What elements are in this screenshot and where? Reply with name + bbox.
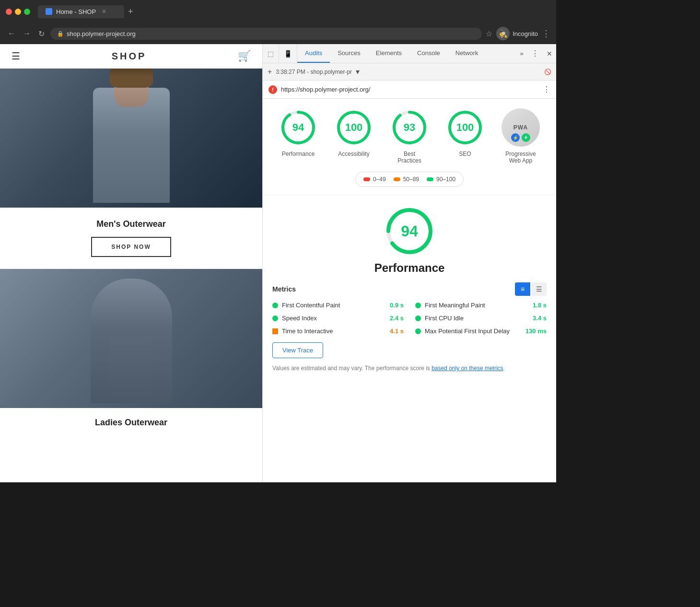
view-trace-button[interactable]: View Trace xyxy=(272,342,323,358)
audit-dropdown-arrow: ▾ xyxy=(356,67,360,76)
url-input[interactable]: 🔒 shop.polymer-project.org xyxy=(50,28,482,40)
score-best-practices[interactable]: 93 BestPractices xyxy=(390,108,429,164)
maximize-traffic-light[interactable] xyxy=(24,9,30,15)
metric-fmp-name: First Meaningful Paint xyxy=(425,302,529,309)
hamburger-menu-icon[interactable]: ☰ xyxy=(12,50,20,62)
tab-favicon xyxy=(46,8,52,15)
metric-speed-index: Speed Index 2.4 s xyxy=(272,315,404,322)
new-audit-button[interactable]: + xyxy=(268,68,272,76)
incognito-label: Incognito xyxy=(513,30,538,37)
tab-bar: Home - SHOP ✕ + xyxy=(38,5,550,18)
close-traffic-light[interactable] xyxy=(6,9,12,15)
audit-timestamp: 3:38:27 PM - shop.polymer-pr xyxy=(276,69,352,75)
metrics-view-buttons: ≡ ☰ xyxy=(515,282,547,296)
metric-fid-dot xyxy=(415,328,421,334)
score-accessibility[interactable]: 100 Accessibility xyxy=(335,108,373,157)
performance-value-large: 94 xyxy=(401,222,418,240)
tab-elements[interactable]: Elements xyxy=(368,44,409,63)
tab-audits[interactable]: Audits xyxy=(297,44,330,63)
performance-score-large: 94 Performance xyxy=(272,205,547,275)
bookmark-button[interactable]: ☆ xyxy=(486,29,492,38)
score-seo-circle: 100 xyxy=(446,108,484,147)
devtools-more-tabs-button[interactable]: » xyxy=(516,50,527,57)
pwa-icons: ⚡ + xyxy=(511,133,530,142)
metric-fci-name: First CPU Idle xyxy=(425,315,529,322)
devtools-device-button[interactable]: 📱 xyxy=(279,44,297,63)
devtools-inspect-button[interactable]: ⬚ xyxy=(263,44,279,63)
metric-tti: Time to Interactive 4.1 s xyxy=(272,327,404,335)
pwa-text: PWA xyxy=(513,124,528,131)
metric-fmp-value: 1.8 s xyxy=(533,302,547,309)
metrics-header: Metrics ≡ ☰ xyxy=(272,282,547,296)
devtools-subbar: + 3:38:27 PM - shop.polymer-pr ▾ 🚫 xyxy=(263,63,556,81)
score-best-practices-value: 93 xyxy=(404,121,415,134)
website-panel: ☰ SHOP 🛒 Men's Outerwear SHOP NOW xyxy=(0,44,262,482)
pwa-lightning-icon: ⚡ xyxy=(511,133,520,142)
disclaimer-link[interactable]: based only on these metrics xyxy=(432,365,503,372)
performance-title: Performance xyxy=(374,261,445,275)
refresh-button[interactable]: ↻ xyxy=(36,28,47,39)
score-legend: 0–49 50–89 90–100 xyxy=(355,172,464,187)
minimize-traffic-light[interactable] xyxy=(15,9,21,15)
performance-section: 94 Performance Metrics ≡ ☰ First Content… xyxy=(263,195,556,482)
devtools-tabs: Audits Sources Elements Console Network xyxy=(297,44,516,63)
audit-url-more-button[interactable]: ⋮ xyxy=(543,85,550,94)
ladies-title: Ladies Outerwear xyxy=(10,418,253,428)
browser-menu-button[interactable]: ⋮ xyxy=(542,28,550,39)
scores-section: 94 Performance 100 Accessibility xyxy=(263,99,556,195)
score-seo-label: SEO xyxy=(459,151,471,157)
score-performance-circle: 94 xyxy=(279,108,317,147)
product-title: Men's Outerwear xyxy=(12,219,251,229)
incognito-button[interactable]: 🕵 Incognito xyxy=(496,27,538,40)
tab-network[interactable]: Network xyxy=(448,44,486,63)
audit-url: https://shop.polymer-project.org/ xyxy=(281,86,539,93)
metric-si-value: 2.4 s xyxy=(390,315,404,322)
score-best-practices-circle: 93 xyxy=(390,108,429,147)
score-accessibility-value: 100 xyxy=(345,121,363,134)
product-section: Men's Outerwear SHOP NOW xyxy=(0,208,262,269)
tab-console[interactable]: Console xyxy=(409,44,448,63)
forward-button[interactable]: → xyxy=(21,28,33,39)
pwa-plus-icon: + xyxy=(522,133,530,142)
score-performance[interactable]: 94 Performance xyxy=(279,108,317,157)
shop-now-button[interactable]: SHOP NOW xyxy=(91,237,171,257)
url-text: shop.polymer-project.org xyxy=(67,30,136,37)
ladies-section: Ladies Outerwear xyxy=(0,408,262,437)
metric-first-cpu-idle: First CPU Idle 3.4 s xyxy=(415,315,547,322)
score-accessibility-label: Accessibility xyxy=(338,151,369,157)
new-tab-button[interactable]: + xyxy=(128,7,133,17)
scores-row: 94 Performance 100 Accessibility xyxy=(270,108,548,164)
browser-tab[interactable]: Home - SHOP ✕ xyxy=(38,5,124,18)
score-performance-value: 94 xyxy=(292,121,304,134)
metric-first-meaningful-paint: First Meaningful Paint 1.8 s xyxy=(415,302,547,309)
metric-first-contentful-paint: First Contentful Paint 0.9 s xyxy=(272,302,404,309)
hero-image xyxy=(0,69,262,208)
metrics-list-view-button[interactable]: ☰ xyxy=(531,282,547,296)
tab-sources[interactable]: Sources xyxy=(330,44,368,63)
shop-logo: SHOP xyxy=(112,51,147,62)
back-button[interactable]: ← xyxy=(6,28,17,39)
tab-close-button[interactable]: ✕ xyxy=(102,8,106,15)
score-accessibility-circle: 100 xyxy=(335,108,373,147)
metrics-grid: First Contentful Paint 0.9 s First Meani… xyxy=(272,302,547,335)
audit-block-button[interactable]: 🚫 xyxy=(544,69,551,75)
ladies-image xyxy=(0,269,262,408)
devtools-close-button[interactable]: ✕ xyxy=(543,50,556,58)
legend-average-dot xyxy=(394,177,400,181)
score-seo[interactable]: 100 SEO xyxy=(446,108,484,157)
traffic-lights xyxy=(6,9,30,15)
performance-circle-large: 94 xyxy=(383,205,436,257)
score-pwa[interactable]: PWA ⚡ + ProgressiveWeb App xyxy=(502,108,540,164)
score-seo-value: 100 xyxy=(456,121,474,134)
legend-pass: 90–100 xyxy=(427,176,455,183)
metric-fid-value: 130 ms xyxy=(525,327,547,335)
legend-pass-dot xyxy=(427,177,433,181)
audit-warning-icon: ! xyxy=(268,85,277,94)
devtools-settings-button[interactable]: ⋮ xyxy=(527,49,543,58)
devtools-toolbar: ⬚ 📱 Audits Sources Elements Console Netw… xyxy=(263,44,556,63)
legend-fail-label: 0–49 xyxy=(373,176,386,183)
metric-tti-dot xyxy=(272,328,278,334)
metrics-grid-view-button[interactable]: ≡ xyxy=(515,282,530,296)
legend-average: 50–89 xyxy=(394,176,419,183)
cart-icon[interactable]: 🛒 xyxy=(238,50,251,62)
